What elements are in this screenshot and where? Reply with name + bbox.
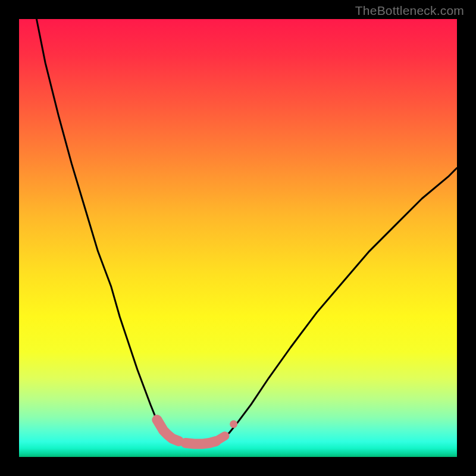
- watermark-text: TheBottleneck.com: [355, 4, 464, 18]
- marker-cluster-left: [157, 419, 179, 441]
- chart-frame: TheBottleneck.com: [0, 0, 476, 476]
- marker-dot: [230, 420, 237, 428]
- bottleneck-curve: [36, 19, 457, 444]
- marker-cluster-floor: [186, 441, 217, 444]
- marker-cluster-right: [216, 436, 225, 441]
- plot-area: [19, 19, 457, 457]
- curve-layer: [19, 19, 457, 457]
